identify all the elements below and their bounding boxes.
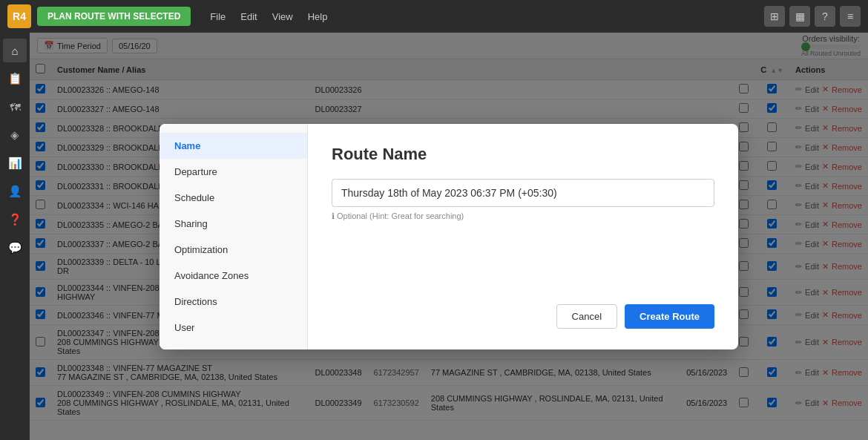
topbar-actions: ⊞ ▦ ? ≡ [764,6,861,27]
grid-icon[interactable]: ⊞ [764,6,785,27]
table-icon[interactable]: ▦ [789,6,810,27]
help-circle-icon[interactable]: ? [815,6,835,27]
topbar: R4 PLAN ROUTE WITH SELECTED File Edit Vi… [0,0,868,33]
menu-help[interactable]: Help [300,8,335,25]
menu-view[interactable]: View [265,8,300,25]
top-menu: File Edit View Help [203,8,335,25]
menu-edit[interactable]: Edit [233,8,264,25]
menu-file[interactable]: File [203,8,233,25]
plan-route-button[interactable]: PLAN ROUTE WITH SELECTED [37,7,191,26]
question-icon[interactable]: ≡ [840,6,861,27]
app-logo: R4 [7,4,31,28]
